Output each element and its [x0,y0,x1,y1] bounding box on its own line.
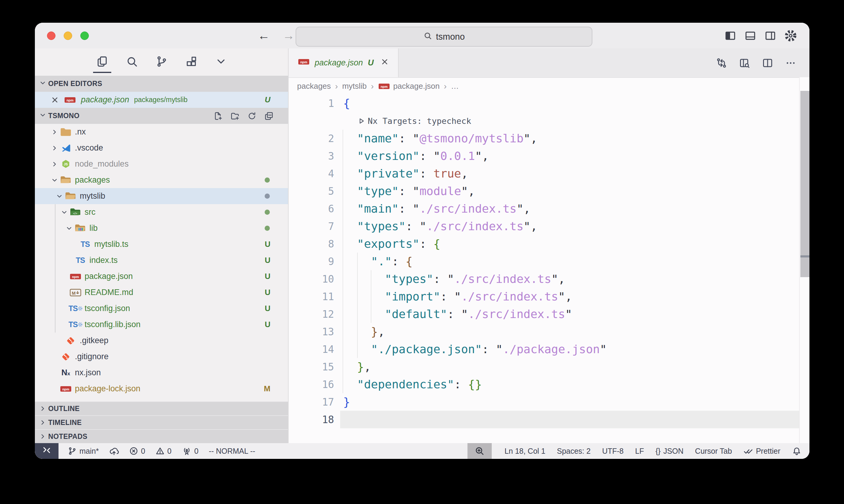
tree-item-tsconfig-lib-json[interactable]: TStsconfig.lib.jsonU [35,317,288,332]
tree-item-readme-md[interactable]: MREADME.mdU [35,284,288,301]
tree-item-package-json[interactable]: npmpackage.jsonU [35,268,288,284]
tree-item-nx-json[interactable]: Nxnx.json [35,365,288,381]
status-cursor-position[interactable]: Ln 18, Col 1 [504,447,545,455]
tree-item-src[interactable]: </>src [35,204,288,220]
tree-item-node-modules[interactable]: JSnode_modules [35,156,288,172]
codelens-nx-targets[interactable]: Nx Targets: typecheck [289,112,809,130]
status-formatter[interactable]: Prettier [743,446,780,456]
svg-text:npm: npm [72,275,79,278]
tree-item-label: .gitignore [75,352,108,361]
collapse-all-icon[interactable] [264,111,273,121]
tree-item-tsconfig-json[interactable]: TStsconfig.jsonU [35,301,288,317]
status-sync-changes[interactable] [109,446,119,456]
code-editor[interactable]: 1{Nx Targets: typecheck2 "name": "@tsmon… [289,94,809,443]
breadcrumb-item[interactable]: npmpackage.json [378,82,440,91]
sidebar-view-files[interactable] [95,54,109,71]
status-port-count[interactable]: 0 [182,446,199,456]
sidebar-view-layout[interactable] [184,54,199,71]
code-line-15[interactable]: 15 }, [289,358,809,376]
editor-action-compare-icon[interactable] [716,57,727,69]
tree-item-packages[interactable]: packages [35,172,288,188]
tree-item-mytslib[interactable]: mytslib [35,188,288,204]
toggle-secondary-sidebar-icon[interactable] [764,30,776,41]
tree-item--gitkeep[interactable]: .gitkeep [35,332,288,348]
back-arrow-icon[interactable]: ← [258,29,270,42]
breadcrumb-item[interactable]: … [451,82,459,91]
panel-label: TIMELINE [48,419,82,427]
settings-gear-icon[interactable] [785,30,797,42]
tree-item-mytslib-ts[interactable]: TSmytslib.tsU [35,236,288,252]
status-warning-count[interactable]: 0 [156,447,172,455]
status-branch-indicator[interactable]: main* [68,447,99,455]
code-line-14[interactable]: 14 "./package.json": "./package.json" [289,340,809,358]
code-line-18[interactable]: 18 [289,411,809,428]
status-error-count[interactable]: 0 [129,447,145,455]
sidebar-view-source-control[interactable] [154,54,169,71]
tree-item--vscode[interactable]: .vscode [35,140,288,156]
remote-indicator[interactable] [35,443,58,459]
line-number: 10 [289,270,334,288]
open-editors-header[interactable]: OPEN EDITORS [35,76,288,92]
code-line-16[interactable]: 16 "dependencies": {} [289,376,809,393]
tree-item-index-ts[interactable]: TSindex.tsU [35,252,288,268]
code-line-7[interactable]: 7 "types": "./src/index.ts", [289,217,809,235]
open-editor-item[interactable]: npmpackage.jsonpackages/mytslibU [35,92,288,108]
editor-action-preview-icon[interactable] [739,57,750,69]
tree-item--gitignore[interactable]: .gitignore [35,348,288,365]
code-line-4[interactable]: 4 "private": true, [289,165,809,182]
status-language-mode[interactable]: {}JSON [655,447,683,455]
code-line-6[interactable]: 6 "main": "./src/index.ts", [289,200,809,217]
code-line-11[interactable]: 11 "import": "./src/index.ts", [289,288,809,305]
code-line-17[interactable]: 17} [289,393,809,411]
tree-item--nx[interactable]: .nx [35,124,288,140]
panel-header-outline[interactable]: OUTLINE [35,401,288,415]
command-center-search[interactable]: tsmono [296,26,592,47]
toggle-primary-sidebar-icon[interactable] [725,30,736,41]
status-indentation[interactable]: Spaces: 2 [557,447,590,455]
panel-header-timeline[interactable]: TIMELINE [35,415,288,429]
new-folder-icon[interactable] [230,111,240,121]
tab-package-json[interactable]: npm package.json U [289,49,399,77]
close-window-button[interactable] [47,32,55,40]
close-editor-icon[interactable] [51,96,59,104]
forward-arrow-icon[interactable]: → [282,29,295,42]
status-cursor-tab[interactable]: Cursor Tab [695,447,732,455]
status-screencast-zoom[interactable] [467,443,492,459]
sidebar-view-chevron-down[interactable] [214,54,228,71]
code-line-12[interactable]: 12 "default": "./src/index.ts" [289,305,809,323]
tree-item-lib[interactable]: lib [35,220,288,236]
code-line-9[interactable]: 9 ".": { [289,253,809,270]
breadcrumb-item[interactable]: packages [297,82,331,91]
npm-icon: npm [69,272,82,281]
refresh-icon[interactable] [247,111,257,121]
tab-label: package.json [315,58,363,68]
editor-action-split-icon[interactable] [762,57,773,69]
breadcrumb-item[interactable]: mytslib [342,82,367,91]
branch-icon [68,447,77,455]
code-line-5[interactable]: 5 "type": "module", [289,182,809,200]
code-line-13[interactable]: 13 }, [289,323,809,340]
status-encoding[interactable]: UTF-8 [602,447,624,455]
code-line-3[interactable]: 3 "version": "0.0.1", [289,147,809,165]
tree-item-package-lock-json[interactable]: npmpackage-lock.jsonM [35,381,288,397]
zoom-window-button[interactable] [80,32,89,40]
sidebar-view-search[interactable] [125,54,139,71]
status-vim-mode[interactable]: -- NORMAL -- [209,447,255,455]
tab-close-icon[interactable] [380,57,389,68]
project-header[interactable]: TSMONO [35,108,288,124]
nx-icon: Nx [62,368,70,377]
minimize-window-button[interactable] [64,32,72,40]
code-line-10[interactable]: 10 "types": "./src/index.ts", [289,270,809,288]
toggle-panel-icon[interactable] [744,30,756,41]
status-notifications-bell[interactable] [792,446,802,456]
status-label: -- NORMAL -- [209,447,255,455]
code-line-8[interactable]: 8 "exports": { [289,235,809,253]
new-file-icon[interactable] [213,111,223,121]
error-icon [129,447,138,455]
panel-header-notepads[interactable]: NOTEPADS [35,429,288,443]
status-eol[interactable]: LF [635,447,644,455]
code-line-1[interactable]: 1{ [289,94,809,112]
editor-action-more-icon[interactable] [785,57,796,69]
code-line-2[interactable]: 2 "name": "@tsmono/mytslib", [289,130,809,147]
scrollbar-thumb[interactable] [800,91,809,277]
